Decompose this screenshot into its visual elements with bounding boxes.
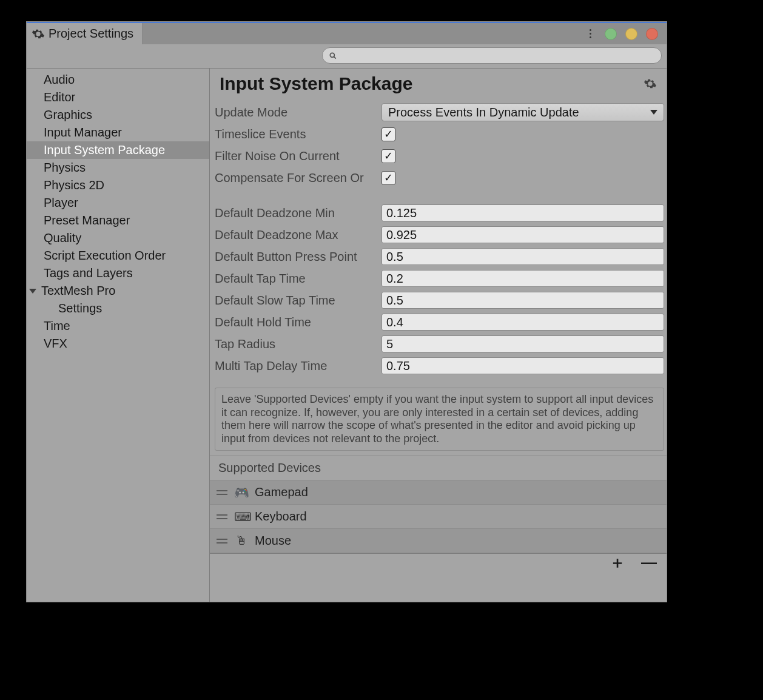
sidebar-item-label: Settings bbox=[58, 301, 102, 315]
drag-handle-icon[interactable] bbox=[216, 490, 228, 495]
device-icon: 🖱 bbox=[234, 534, 249, 548]
supported-devices-list: 🎮Gamepad⌨Keyboard🖱Mouse bbox=[210, 480, 667, 553]
drag-handle-icon[interactable] bbox=[216, 514, 228, 519]
sidebar-item[interactable]: Time bbox=[27, 317, 209, 335]
checkbox[interactable]: ✓ bbox=[382, 127, 395, 141]
sidebar-item[interactable]: Input System Package bbox=[27, 141, 209, 159]
sidebar-item[interactable]: Editor bbox=[27, 89, 209, 106]
search-icon bbox=[329, 52, 337, 60]
row-number: Default Slow Tap Time bbox=[215, 289, 664, 311]
row-update-mode: Update Mode Process Events In Dynamic Up… bbox=[215, 101, 664, 123]
sidebar-item[interactable]: Audio bbox=[27, 71, 209, 89]
maximize-button[interactable] bbox=[625, 28, 637, 40]
number-input[interactable] bbox=[382, 314, 664, 331]
help-text: Leave 'Supported Devices' empty if you w… bbox=[215, 388, 664, 451]
number-input[interactable] bbox=[382, 335, 664, 352]
field-label: Default Tap Time bbox=[215, 272, 382, 286]
sidebar-item[interactable]: Physics bbox=[27, 159, 209, 177]
sidebar: AudioEditorGraphicsInput ManagerInput Sy… bbox=[27, 69, 210, 602]
field-label: Default Slow Tap Time bbox=[215, 294, 382, 308]
searchbar-row bbox=[27, 44, 667, 68]
gear-icon bbox=[32, 27, 45, 41]
close-button[interactable] bbox=[646, 28, 658, 40]
device-icon: 🎮 bbox=[234, 485, 249, 500]
panel-gear-icon[interactable] bbox=[644, 77, 657, 90]
remove-button[interactable]: — bbox=[641, 553, 657, 572]
field-label: Tap Radius bbox=[215, 337, 382, 351]
chevron-down-icon bbox=[29, 289, 36, 294]
project-settings-window: Project Settings AudioEditorGraphicsInpu… bbox=[26, 21, 667, 602]
sidebar-item[interactable]: Player bbox=[27, 194, 209, 212]
device-label: Gamepad bbox=[255, 485, 308, 499]
body: AudioEditorGraphicsInput ManagerInput Sy… bbox=[27, 68, 667, 602]
row-number: Default Tap Time bbox=[215, 268, 664, 289]
chevron-down-icon bbox=[650, 110, 657, 115]
tab-title: Project Settings bbox=[49, 27, 133, 41]
device-label: Keyboard bbox=[255, 510, 307, 523]
number-input[interactable] bbox=[382, 204, 664, 221]
sidebar-item-textmeshpro[interactable]: TextMesh Pro bbox=[27, 282, 209, 300]
drag-handle-icon[interactable] bbox=[216, 539, 228, 544]
row-number: Default Deadzone Max bbox=[215, 224, 664, 246]
titlebar-spacer bbox=[143, 23, 585, 44]
sidebar-item[interactable]: Script Execution Order bbox=[27, 247, 209, 264]
sidebar-item[interactable]: Input Manager bbox=[27, 124, 209, 141]
search-input[interactable] bbox=[322, 47, 662, 64]
field-label: Default Deadzone Min bbox=[215, 206, 382, 220]
panel-title: Input System Package bbox=[220, 73, 412, 94]
field-label: Multi Tap Delay Time bbox=[215, 359, 382, 373]
dropdown-value: Process Events In Dynamic Update bbox=[388, 106, 579, 119]
field-label: Default Deadzone Max bbox=[215, 228, 382, 242]
supported-devices-header: Supported Devices bbox=[210, 456, 667, 480]
sidebar-item[interactable]: Physics 2D bbox=[27, 177, 209, 194]
minimize-button[interactable] bbox=[605, 28, 617, 40]
row-number: Default Deadzone Min bbox=[215, 202, 664, 224]
sidebar-item[interactable]: VFX bbox=[27, 335, 209, 352]
window-controls bbox=[585, 23, 667, 44]
svg-point-0 bbox=[330, 53, 334, 57]
add-button[interactable]: ＋ bbox=[610, 552, 625, 573]
number-input[interactable] bbox=[382, 270, 664, 287]
row-checkbox: Filter Noise On Current✓ bbox=[215, 145, 664, 167]
update-mode-dropdown[interactable]: Process Events In Dynamic Update bbox=[382, 103, 664, 121]
form: Update Mode Process Events In Dynamic Up… bbox=[210, 101, 667, 377]
field-label: Filter Noise On Current bbox=[215, 149, 382, 163]
row-checkbox: Timeslice Events✓ bbox=[215, 123, 664, 145]
row-number: Default Hold Time bbox=[215, 311, 664, 333]
sidebar-item[interactable]: Graphics bbox=[27, 106, 209, 124]
content-header: Input System Package bbox=[210, 69, 667, 101]
number-input[interactable] bbox=[382, 292, 664, 309]
checkbox[interactable]: ✓ bbox=[382, 149, 395, 163]
field-label: Timeslice Events bbox=[215, 127, 382, 141]
number-input[interactable] bbox=[382, 357, 664, 374]
checkbox[interactable]: ✓ bbox=[382, 171, 395, 185]
sidebar-item[interactable]: Quality bbox=[27, 229, 209, 247]
field-label: Update Mode bbox=[215, 106, 382, 119]
sidebar-item[interactable]: Preset Manager bbox=[27, 212, 209, 229]
row-number: Default Button Press Point bbox=[215, 246, 664, 268]
list-footer: ＋ — bbox=[210, 553, 667, 571]
field-label: Default Hold Time bbox=[215, 315, 382, 329]
device-icon: ⌨ bbox=[234, 510, 249, 524]
field-label: Compensate For Screen Or bbox=[215, 171, 382, 185]
window-tab[interactable]: Project Settings bbox=[27, 23, 143, 44]
device-row[interactable]: 🖱Mouse bbox=[210, 529, 667, 553]
row-checkbox: Compensate For Screen Or✓ bbox=[215, 167, 664, 189]
sidebar-item-textmeshpro-settings[interactable]: Settings bbox=[27, 300, 209, 317]
svg-line-1 bbox=[334, 56, 335, 58]
field-label: Default Button Press Point bbox=[215, 250, 382, 264]
device-row[interactable]: ⌨Keyboard bbox=[210, 505, 667, 529]
sidebar-item-label: TextMesh Pro bbox=[41, 284, 115, 298]
row-number: Tap Radius bbox=[215, 333, 664, 355]
titlebar: Project Settings bbox=[27, 22, 667, 44]
sidebar-item[interactable]: Tags and Layers bbox=[27, 264, 209, 282]
content-panel: Input System Package Update Mode Process… bbox=[210, 69, 667, 602]
number-input[interactable] bbox=[382, 226, 664, 243]
row-number: Multi Tap Delay Time bbox=[215, 355, 664, 377]
device-row[interactable]: 🎮Gamepad bbox=[210, 480, 667, 505]
kebab-icon[interactable] bbox=[585, 29, 596, 38]
device-label: Mouse bbox=[255, 534, 291, 548]
number-input[interactable] bbox=[382, 248, 664, 265]
